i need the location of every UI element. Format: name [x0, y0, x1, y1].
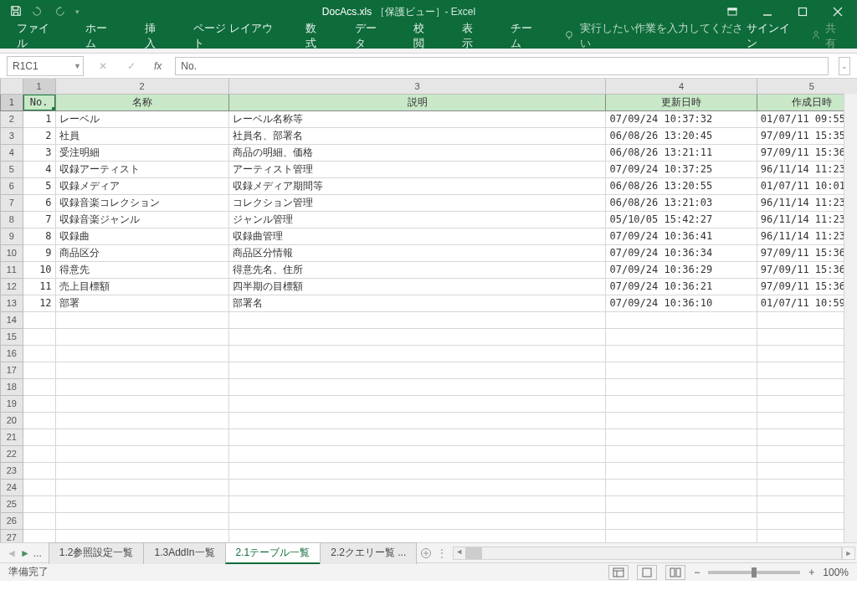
cell[interactable]: 07/09/24 10:36:21: [606, 278, 757, 295]
cell[interactable]: 11: [23, 278, 55, 295]
cell[interactable]: 商品の明細、価格: [228, 144, 606, 161]
cell[interactable]: 97/09/11 15:36:: [757, 244, 857, 261]
cell[interactable]: [228, 445, 606, 462]
tab-data[interactable]: データ: [348, 18, 392, 54]
cell[interactable]: 06/08/26 13:21:11: [606, 144, 757, 161]
sheet-nav-first-icon[interactable]: ◄: [7, 547, 17, 559]
close-icon[interactable]: [824, 3, 852, 21]
cell[interactable]: [606, 512, 757, 529]
cell[interactable]: 収録音楽ジャンル: [55, 211, 228, 228]
cell[interactable]: [23, 395, 55, 412]
cell[interactable]: [228, 395, 606, 412]
zoom-slider-thumb[interactable]: [752, 567, 757, 578]
cell[interactable]: 97/09/11 15:36:: [757, 261, 857, 278]
cell[interactable]: 部署名: [228, 295, 606, 311]
cell[interactable]: [55, 378, 228, 395]
cell[interactable]: [606, 362, 757, 378]
select-all-cell[interactable]: [1, 79, 23, 94]
cell[interactable]: [606, 479, 757, 495]
column-header[interactable]: 5: [757, 79, 857, 94]
cell[interactable]: [228, 412, 606, 429]
cell[interactable]: [23, 362, 55, 378]
cell[interactable]: 3: [23, 144, 55, 161]
cell[interactable]: [606, 445, 757, 462]
cell[interactable]: [55, 362, 228, 378]
save-icon[interactable]: [10, 5, 22, 19]
cell[interactable]: [55, 445, 228, 462]
row-header[interactable]: 13: [1, 295, 23, 311]
cell[interactable]: 社員名、部署名: [228, 127, 606, 144]
cell[interactable]: 商品区分情報: [228, 244, 606, 261]
cell[interactable]: [757, 328, 857, 345]
cell[interactable]: [55, 395, 228, 412]
row-header[interactable]: 7: [1, 194, 23, 211]
cell[interactable]: [55, 479, 228, 495]
scroll-right-icon[interactable]: ►: [842, 547, 855, 560]
row-header[interactable]: 26: [1, 512, 23, 529]
sheet-nav-next-icon[interactable]: ►: [20, 547, 30, 559]
cell[interactable]: [23, 345, 55, 362]
cell[interactable]: 97/09/11 15:36:: [757, 144, 857, 161]
cell[interactable]: [23, 462, 55, 479]
tab-team[interactable]: チーム: [504, 18, 547, 54]
cell[interactable]: [23, 445, 55, 462]
cell[interactable]: 96/11/14 11:23:: [757, 161, 857, 177]
row-header[interactable]: 5: [1, 161, 23, 177]
row-header[interactable]: 23: [1, 462, 23, 479]
cell[interactable]: 96/11/14 11:23:: [757, 211, 857, 228]
cell[interactable]: [228, 495, 606, 512]
cell[interactable]: [55, 412, 228, 429]
cell[interactable]: [757, 445, 857, 462]
tell-me-search[interactable]: 実行したい作業を入力してください: [563, 21, 747, 51]
cell[interactable]: 07/09/24 10:37:32: [606, 110, 757, 127]
cell[interactable]: 4: [23, 161, 55, 177]
normal-view-icon[interactable]: [608, 565, 629, 580]
cell[interactable]: 商品区分: [55, 244, 228, 261]
cell[interactable]: 収録メディア期間等: [228, 177, 606, 194]
cell[interactable]: [23, 429, 55, 445]
cell[interactable]: [55, 328, 228, 345]
name-box[interactable]: R1C1 ▼: [7, 56, 84, 76]
row-header[interactable]: 2: [1, 110, 23, 127]
cell[interactable]: 96/11/14 11:23:: [757, 228, 857, 244]
cell[interactable]: [55, 495, 228, 512]
scroll-thumb[interactable]: [465, 547, 482, 559]
cell[interactable]: [606, 311, 757, 328]
cell[interactable]: [55, 311, 228, 328]
row-header[interactable]: 6: [1, 177, 23, 194]
cell[interactable]: [757, 345, 857, 362]
cell[interactable]: [228, 311, 606, 328]
cell[interactable]: [228, 378, 606, 395]
enter-formula-icon[interactable]: ✓: [122, 57, 141, 75]
zoom-out-button[interactable]: −: [694, 567, 700, 578]
cell[interactable]: [55, 429, 228, 445]
row-header[interactable]: 19: [1, 395, 23, 412]
table-header-cell[interactable]: 作成日時: [757, 94, 857, 110]
cell[interactable]: [606, 529, 757, 542]
cell[interactable]: [23, 479, 55, 495]
cell[interactable]: [757, 462, 857, 479]
cell[interactable]: [23, 311, 55, 328]
cell[interactable]: [757, 529, 857, 542]
cell[interactable]: [228, 429, 606, 445]
cell[interactable]: [228, 529, 606, 542]
cell[interactable]: [757, 311, 857, 328]
row-header[interactable]: 24: [1, 479, 23, 495]
cell[interactable]: 四半期の目標額: [228, 278, 606, 295]
horizontal-scrollbar[interactable]: ◄ ►: [453, 547, 842, 560]
page-break-view-icon[interactable]: [665, 565, 685, 580]
cell[interactable]: ジャンル管理: [228, 211, 606, 228]
cell[interactable]: [757, 362, 857, 378]
cell[interactable]: 収録メディア: [55, 177, 228, 194]
cell[interactable]: [228, 512, 606, 529]
cancel-formula-icon[interactable]: ✕: [94, 57, 112, 75]
cell[interactable]: 96/11/14 11:23:: [757, 194, 857, 211]
cell[interactable]: 部署: [55, 295, 228, 311]
cell[interactable]: 収録曲管理: [228, 228, 606, 244]
scroll-left-icon[interactable]: ◄: [455, 547, 463, 556]
cell[interactable]: 収録曲: [55, 228, 228, 244]
table-header-cell[interactable]: No.: [23, 94, 55, 110]
cell[interactable]: レーベル: [55, 110, 228, 127]
cell[interactable]: 07/09/24 10:36:29: [606, 261, 757, 278]
page-layout-view-icon[interactable]: [637, 565, 657, 580]
